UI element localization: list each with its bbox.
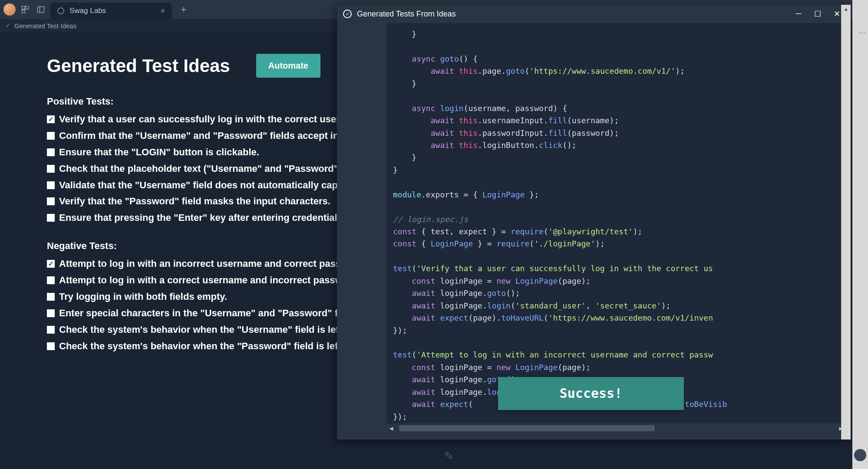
- test-label: Ensure that the "LOGIN" button is clicka…: [59, 145, 259, 159]
- close-icon[interactable]: ×: [160, 7, 165, 16]
- add-tab-button[interactable]: +: [175, 3, 192, 16]
- test-checkbox[interactable]: [47, 197, 55, 205]
- more-icon[interactable]: ⋯: [858, 28, 866, 37]
- check-circle-icon: ✓: [343, 10, 352, 18]
- test-checkbox[interactable]: [47, 181, 55, 189]
- svg-rect-1: [26, 7, 29, 10]
- test-checkbox[interactable]: [47, 260, 55, 268]
- browser-tab[interactable]: Swag Labs ×: [50, 3, 172, 19]
- test-checkbox[interactable]: [47, 165, 55, 173]
- test-checkbox[interactable]: [47, 148, 55, 156]
- generated-tests-panel: ✓ Generated Tests From Ideas ─ ☐ ✕ } asy…: [337, 5, 851, 439]
- right-edge-bar: ⋯: [852, 0, 868, 469]
- window-controls: ─ ☐ ✕: [793, 9, 842, 19]
- panel-title: Generated Tests From Ideas: [357, 10, 788, 19]
- url-bar-text: Generated Test Ideas: [14, 22, 76, 30]
- test-label: Confirm that the "Username" and "Passwor…: [59, 129, 356, 143]
- profile-avatar[interactable]: [3, 3, 16, 16]
- horizontal-scrollbar[interactable]: ◀ ▶: [387, 423, 845, 433]
- tab-title: Swag Labs: [69, 7, 155, 15]
- tab-favicon-icon: [57, 7, 64, 14]
- test-label: Attempt to log in with an incorrect user…: [59, 257, 366, 271]
- vertical-scrollbar[interactable]: ▲: [841, 5, 851, 439]
- svg-point-5: [58, 8, 64, 14]
- scroll-track[interactable]: [396, 425, 836, 431]
- success-toast: Success!: [498, 377, 684, 410]
- check-icon: ✓: [5, 22, 11, 30]
- test-checkbox[interactable]: [47, 293, 55, 301]
- test-checkbox[interactable]: [47, 309, 55, 317]
- svg-rect-3: [38, 7, 44, 12]
- test-label: Check the system's behavior when the "Pa…: [59, 339, 372, 353]
- test-checkbox[interactable]: [47, 115, 55, 123]
- panel-titlebar: ✓ Generated Tests From Ideas ─ ☐ ✕: [337, 5, 851, 23]
- test-checkbox[interactable]: [47, 214, 55, 222]
- workspace-icon[interactable]: [19, 3, 31, 16]
- assistant-fab[interactable]: [854, 449, 866, 461]
- test-checkbox[interactable]: [47, 326, 55, 334]
- code-editor[interactable]: } async goto() { await this.page.goto('h…: [387, 23, 845, 433]
- panel-icon[interactable]: [35, 3, 47, 16]
- page-title: Generated Test Ideas: [47, 56, 230, 76]
- minimize-button[interactable]: ─: [793, 9, 804, 19]
- close-window-button[interactable]: ✕: [832, 9, 842, 19]
- scroll-thumb[interactable]: [399, 425, 655, 431]
- scroll-left-icon[interactable]: ◀: [387, 423, 396, 433]
- svg-rect-0: [22, 7, 25, 10]
- test-checkbox[interactable]: [47, 276, 55, 284]
- test-label: Try logging in with both fields empty.: [59, 290, 227, 304]
- automate-button[interactable]: Automate: [256, 54, 320, 78]
- test-label: Verify that the "Password" field masks t…: [59, 194, 330, 208]
- maximize-button[interactable]: ☐: [812, 9, 823, 19]
- test-checkbox[interactable]: [47, 342, 55, 350]
- scroll-up-icon[interactable]: ▲: [842, 5, 851, 13]
- svg-rect-2: [22, 10, 25, 13]
- test-label: Attempt to log in with a correct usernam…: [59, 273, 360, 287]
- test-checkbox[interactable]: [47, 132, 55, 140]
- edit-icon[interactable]: ✎: [439, 446, 459, 466]
